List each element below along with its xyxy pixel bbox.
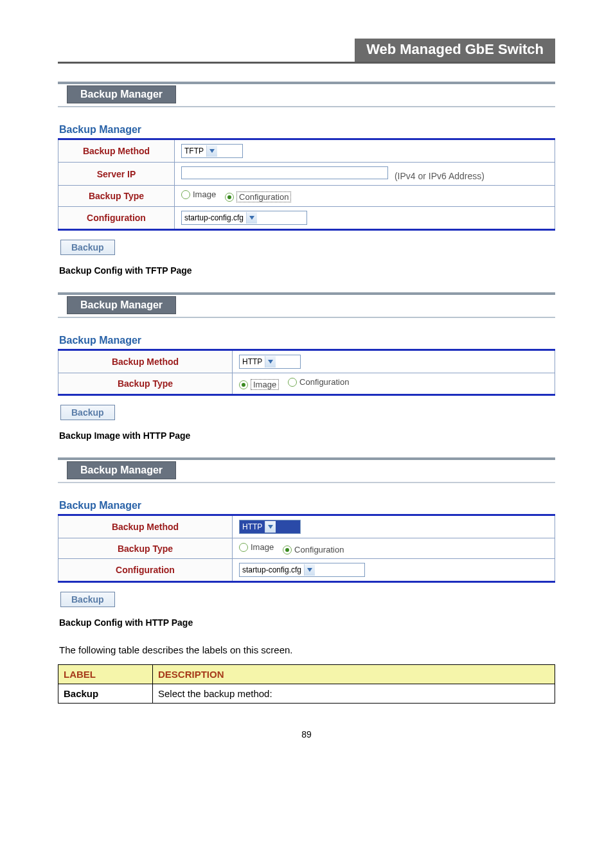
chevron-down-icon <box>304 564 315 576</box>
configuration-select[interactable]: startup-config.cfg <box>181 211 307 225</box>
section-subtitle: Backup Manager <box>59 500 555 511</box>
backup-method-value: HTTP <box>242 522 262 531</box>
chevron-down-icon <box>246 212 257 224</box>
section-subtitle: Backup Manager <box>59 124 555 136</box>
radio-icon <box>239 543 248 552</box>
radio-image-label: Image <box>193 190 216 199</box>
description-table: LABEL DESCRIPTION Backup Select the back… <box>58 664 555 704</box>
configuration-value: startup-config.cfg <box>242 565 301 574</box>
chevron-down-icon <box>265 521 276 533</box>
radio-config-label: Configuration <box>294 545 344 554</box>
label-backup-type: Backup Type <box>58 186 175 207</box>
http-image-form: Backup Method HTTP Backup Type Image Con… <box>58 349 555 396</box>
label-server-ip: Server IP <box>58 163 175 186</box>
svg-marker-4 <box>307 568 312 572</box>
section-subtitle: Backup Manager <box>59 335 555 346</box>
label-backup-type: Backup Type <box>58 538 233 559</box>
configuration-value: startup-config.cfg <box>184 213 244 222</box>
th-label: LABEL <box>58 665 153 684</box>
radio-icon <box>181 190 190 199</box>
widget-title: Backup Manager <box>67 85 176 103</box>
desc-intro: The following table describes the labels… <box>59 644 555 655</box>
backup-method-select[interactable]: TFTP <box>181 144 243 158</box>
cell-backup-method: TFTP <box>175 139 555 163</box>
doc-header-text: Web Managed GbE Switch <box>355 39 555 62</box>
radio-icon <box>225 193 234 202</box>
radio-image-label: Image <box>251 379 279 390</box>
cell-server-ip: (IPv4 or IPv6 Address) <box>175 163 555 186</box>
table-row: Backup Select the backup method: <box>58 684 555 704</box>
backup-method-value: HTTP <box>242 357 262 366</box>
widget-title-bar: Backup Manager <box>58 82 555 107</box>
http-config-form: Backup Method HTTP Backup Type Image Con… <box>58 514 555 583</box>
configuration-select[interactable]: startup-config.cfg <box>239 563 365 577</box>
backup-button[interactable]: Backup <box>60 405 115 420</box>
radio-config-label: Configuration <box>236 191 291 202</box>
cell-backup-type: Image Configuration <box>233 538 555 559</box>
cell-backup-method: HTTP <box>233 515 555 538</box>
radio-configuration[interactable]: Configuration <box>288 377 349 387</box>
cell-label: Backup <box>58 684 153 704</box>
backup-method-select[interactable]: HTTP <box>239 355 301 369</box>
cell-description: Select the backup method: <box>153 684 555 704</box>
caption-http-config: Backup Config with HTTP Page <box>59 617 555 628</box>
widget-title-bar: Backup Manager <box>58 457 555 483</box>
svg-marker-1 <box>249 216 254 220</box>
widget-title: Backup Manager <box>67 461 176 479</box>
radio-icon <box>288 378 297 387</box>
radio-image[interactable]: Image <box>239 379 279 390</box>
cell-backup-method: HTTP <box>233 350 555 373</box>
label-backup-method: Backup Method <box>58 350 233 373</box>
label-backup-method: Backup Method <box>58 515 233 538</box>
cell-backup-type: Image Configuration <box>175 186 555 207</box>
page-number: 89 <box>58 729 555 740</box>
svg-marker-0 <box>209 149 215 153</box>
cell-configuration: startup-config.cfg <box>233 559 555 582</box>
radio-icon <box>283 545 292 554</box>
chevron-down-icon <box>206 145 217 157</box>
backup-method-value: TFTP <box>184 146 204 155</box>
label-configuration: Configuration <box>58 207 175 230</box>
th-description: DESCRIPTION <box>153 665 555 684</box>
radio-image[interactable]: Image <box>239 542 274 552</box>
svg-marker-2 <box>268 360 273 364</box>
tftp-form: Backup Method TFTP Server IP (IPv4 or IP… <box>58 138 555 231</box>
radio-icon <box>239 380 248 389</box>
widget-title-bar: Backup Manager <box>58 292 555 318</box>
caption-http-image: Backup Image with HTTP Page <box>59 430 555 441</box>
cell-configuration: startup-config.cfg <box>175 207 555 230</box>
widget-title: Backup Manager <box>67 296 176 314</box>
radio-image-label: Image <box>251 542 274 552</box>
doc-header: Web Managed GbE Switch <box>58 39 555 64</box>
backup-button[interactable]: Backup <box>60 240 115 255</box>
label-configuration: Configuration <box>58 559 233 582</box>
caption-tftp: Backup Config with TFTP Page <box>59 265 555 276</box>
backup-method-select[interactable]: HTTP <box>239 520 301 534</box>
server-ip-note: (IPv4 or IPv6 Address) <box>395 171 484 181</box>
radio-config-label: Configuration <box>299 377 349 387</box>
radio-configuration[interactable]: Configuration <box>225 191 291 202</box>
server-ip-input[interactable] <box>181 166 388 179</box>
label-backup-method: Backup Method <box>58 139 175 163</box>
label-backup-type: Backup Type <box>58 373 233 395</box>
radio-image[interactable]: Image <box>181 190 216 199</box>
svg-marker-3 <box>268 525 273 529</box>
chevron-down-icon <box>265 356 276 368</box>
backup-button[interactable]: Backup <box>60 592 115 607</box>
cell-backup-type: Image Configuration <box>233 373 555 395</box>
radio-configuration[interactable]: Configuration <box>283 545 344 554</box>
